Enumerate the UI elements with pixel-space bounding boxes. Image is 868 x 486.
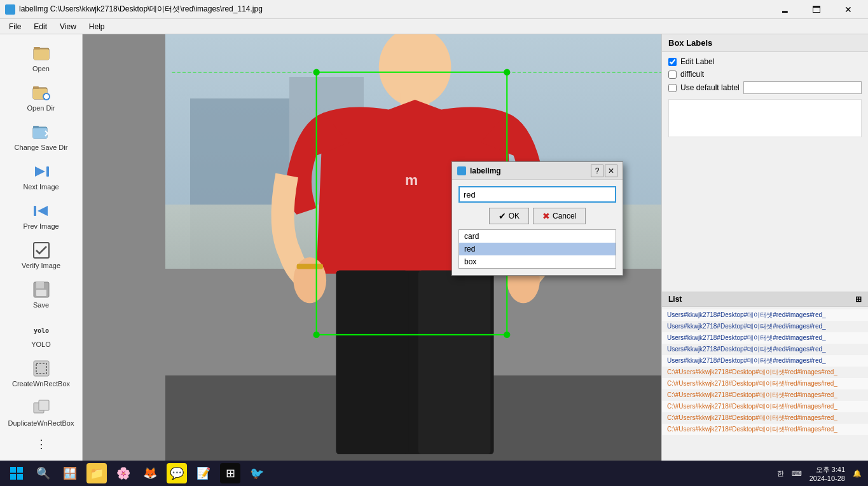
main-layout: Open Open Dir (0, 34, 868, 461)
create-wn-rect-box-button[interactable]: CreateWnRectBox (6, 354, 76, 391)
difficult-text: difficult (680, 70, 704, 79)
list-item[interactable]: C:\#Users#kkwjk2718#Desktop#데이터셋#red#ima… (662, 401, 868, 412)
open-button[interactable]: Open (6, 39, 76, 76)
svg-rect-8 (44, 95, 49, 98)
svg-rect-1 (34, 47, 40, 50)
dialog-ok-button[interactable]: ✔ OK (489, 208, 529, 224)
taskbar-memo[interactable]: 📝 (193, 463, 214, 483)
next-image-button[interactable]: Next Image (6, 158, 76, 194)
taskbar-app2[interactable]: 🦊 (140, 463, 160, 483)
dialog-cancel-button[interactable]: ✖ Cancel (533, 208, 586, 224)
more-button[interactable]: ⋮ (6, 433, 76, 455)
dialog-app-icon (457, 166, 466, 175)
canvas-area[interactable]: m (83, 34, 661, 461)
list-item[interactable]: Users#kkwjk2718#Desktop#데이터셋#red#images#… (662, 344, 868, 355)
cancel-label: Cancel (553, 212, 576, 220)
use-default-checkbox[interactable] (668, 84, 677, 92)
svg-rect-43 (10, 467, 16, 473)
right-panel: Box Labels Edit Label difficult Use defa… (661, 34, 868, 461)
list-item[interactable]: C:\#Users#kkwjk2718#Desktop#데이터셋#red#ima… (662, 389, 868, 401)
dialog-input[interactable] (458, 186, 616, 203)
next-image-label: Next Image (23, 183, 59, 191)
list-item[interactable]: Users#kkwjk2718#Desktop#데이터셋#red#images#… (662, 355, 868, 367)
box-labels-title: Box Labels (668, 38, 712, 48)
menu-file[interactable]: File (3, 21, 27, 32)
svg-marker-12 (35, 166, 45, 177)
list-item[interactable]: Users#kkwjk2718#Desktop#데이터셋#red#images#… (662, 321, 868, 332)
verify-image-icon (31, 240, 52, 260)
prev-image-label: Prev Image (23, 222, 59, 230)
taskbar-time: 오후 3:41 2024-10-28 (809, 465, 845, 482)
taskbar-kakao[interactable]: 💬 (167, 463, 187, 483)
svg-point-40 (504, 69, 510, 75)
dialog-help-button[interactable]: ? (591, 165, 603, 177)
svg-rect-24 (39, 400, 49, 410)
prev-image-button[interactable]: Prev Image (6, 197, 76, 234)
yolo-icon: yolo (31, 319, 52, 339)
default-label-input[interactable] (743, 81, 862, 94)
save-button[interactable]: Save (6, 276, 76, 313)
yolo-button[interactable]: yolo YOLO (6, 315, 76, 352)
svg-rect-15 (34, 206, 36, 216)
list-content[interactable]: Users#kkwjk2718#Desktop#데이터셋#red#images#… (662, 307, 868, 461)
edit-label-text: Edit Label (680, 57, 714, 66)
list-item[interactable]: Users#kkwjk2718#Desktop#데이터셋#red#images#… (662, 332, 868, 344)
dialog-buttons: ✔ OK ✖ Cancel (458, 208, 616, 224)
edit-label-checkbox[interactable] (668, 58, 677, 66)
taskbar-start-button[interactable] (6, 463, 27, 483)
change-save-dir-button[interactable]: Change Save Dir (6, 118, 76, 155)
create-wn-rect-box-icon (31, 358, 52, 379)
prev-image-icon (31, 201, 52, 221)
list-item[interactable]: C:\#Users#kkwjk2718#Desktop#데이터셋#red#ima… (662, 378, 868, 389)
duplicate-wn-rect-box-button[interactable]: DuplicateWnRectBox (6, 394, 76, 431)
list-title: List (668, 295, 682, 304)
sidebar: Open Open Dir (0, 34, 83, 461)
taskbar-search[interactable]: 🔍 (33, 463, 53, 483)
verify-image-label: Verify Image (22, 262, 60, 269)
dialog-title-buttons: ? ✕ (591, 165, 617, 177)
svg-marker-14 (38, 206, 48, 216)
svg-rect-2 (34, 50, 49, 60)
taskbar-task-view[interactable]: 🪟 (60, 463, 80, 483)
taskbar-keyboard[interactable]: ⌨ (792, 469, 802, 478)
title-text: labelImg C:\Users\kkwjk2718\Desktop\데이터셋… (19, 4, 263, 15)
menu-view[interactable]: View (53, 21, 83, 32)
title-bar-left: labelImg C:\Users\kkwjk2718\Desktop\데이터셋… (5, 4, 263, 15)
svg-rect-45 (10, 474, 16, 480)
taskbar-app1[interactable]: 🌸 (113, 463, 134, 483)
change-save-dir-icon (31, 122, 52, 142)
app-icon (5, 4, 15, 15)
verify-image-button[interactable]: Verify Image (6, 236, 76, 273)
maximize-button[interactable]: 🗖 (802, 0, 831, 19)
taskbar: 🔍 🪟 📁 🌸 🦊 💬 📝 ⊞ 🐦 한 ⌨ 오후 3:41 2024-10-28… (0, 461, 868, 486)
menu-edit[interactable]: Edit (27, 21, 53, 32)
taskbar-notification[interactable]: 🔔 (853, 469, 862, 478)
list-item[interactable]: C:\#Users#kkwjk2718#Desktop#데이터셋#red#ima… (662, 412, 868, 424)
svg-point-41 (313, 332, 319, 338)
difficult-checkbox[interactable] (668, 71, 677, 79)
change-save-dir-label: Change Save Dir (15, 144, 68, 151)
close-button[interactable]: ✕ (834, 0, 863, 19)
cancel-icon: ✖ (542, 211, 550, 221)
svg-point-39 (313, 69, 319, 75)
list-item[interactable]: C:\#Users#kkwjk2718#Desktop#데이터셋#red#ima… (662, 424, 868, 435)
label-list-item-card[interactable]: card (459, 230, 616, 243)
label-list-item-red[interactable]: red (459, 243, 616, 255)
label-list-item-box[interactable]: box (459, 255, 616, 268)
open-label: Open (32, 65, 50, 72)
taskbar-terminal[interactable]: ⊞ (220, 463, 240, 483)
dialog-title-bar: labelImg ? ✕ (452, 162, 623, 180)
menu-help[interactable]: Help (83, 21, 111, 32)
open-dir-button[interactable]: Open Dir (6, 79, 76, 116)
taskbar-app3[interactable]: 🐦 (247, 463, 267, 483)
list-item[interactable]: Users#kkwjk2718#Desktop#데이터셋#red#images#… (662, 309, 868, 321)
svg-rect-11 (33, 128, 47, 138)
taskbar-files[interactable]: 📁 (86, 463, 107, 483)
list-item[interactable]: C:\#Users#kkwjk2718#Desktop#데이터셋#red#ima… (662, 367, 868, 378)
dialog-close-button[interactable]: ✕ (605, 165, 617, 177)
create-wn-rect-box-label: CreateWnRectBox (12, 380, 70, 388)
taskbar-time-display: 오후 3:41 (809, 465, 845, 475)
minimize-button[interactable]: 🗕 (770, 0, 799, 19)
taskbar-lang[interactable]: 한 (777, 469, 784, 478)
taskbar-date-display: 2024-10-28 (809, 475, 845, 482)
